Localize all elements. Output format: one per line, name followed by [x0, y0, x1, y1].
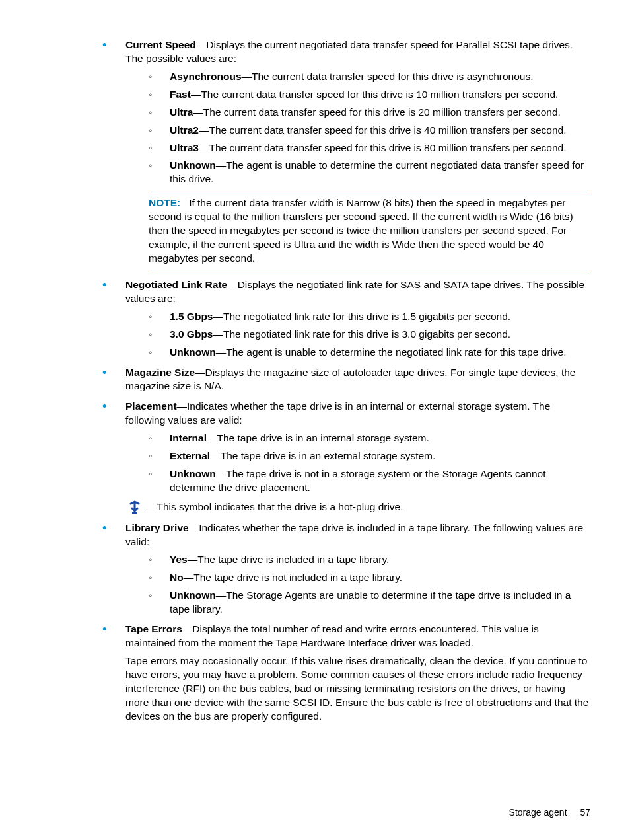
definition-list: Current Speed—Displays the current negot…: [40, 38, 590, 724]
sub-list: 1.5 Gbps—The negotiated link rate for th…: [149, 310, 590, 360]
sub-item: Ultra—The current data transfer speed fo…: [149, 106, 590, 120]
tape-errors-paragraph: Tape errors may occasionally occur. If t…: [125, 654, 590, 724]
desc: —Displays the total number of read and w…: [125, 623, 539, 648]
term: Magazine Size: [125, 367, 195, 378]
sub-item: 3.0 Gbps—The negotiated link rate for th…: [149, 328, 590, 342]
item-magazine-size: Magazine Size—Displays the magazine size…: [102, 366, 590, 394]
term: Placement: [125, 401, 177, 412]
sub-item: Yes—The tape drive is included in a tape…: [149, 553, 590, 567]
item-current-speed: Current Speed—Displays the current negot…: [102, 38, 590, 270]
sub-item: Internal—The tape drive is in an interna…: [149, 432, 590, 445]
sub-list: Internal—The tape drive is in an interna…: [149, 432, 590, 495]
sub-item: Fast—The current data transfer speed for…: [149, 88, 590, 102]
term: Tape Errors: [125, 623, 182, 634]
item-placement: Placement—Indicates whether the tape dri…: [102, 400, 590, 515]
hotplug-text: —This symbol indicates that the drive is…: [147, 500, 403, 514]
note-text: If the current data transfer width is Na…: [149, 197, 573, 264]
desc: —Indicates whether the tape drive is in …: [125, 401, 550, 426]
term: Library Drive: [125, 522, 189, 533]
term: Negotiated Link Rate: [125, 279, 227, 290]
sub-item: Ultra3—The current data transfer speed f…: [149, 141, 590, 155]
item-library-drive: Library Drive—Indicates whether the tape…: [102, 521, 590, 617]
sub-item: External—The tape drive is in an externa…: [149, 449, 590, 463]
note-label: NOTE:: [149, 197, 180, 208]
sub-item: Unknown—The agent is unable to determine…: [149, 346, 590, 360]
hotplug-icon: [125, 500, 144, 515]
sub-item: Unknown—The Storage Agents are unable to…: [149, 589, 590, 617]
item-negotiated-link-rate: Negotiated Link Rate—Displays the negoti…: [102, 278, 590, 360]
sub-item: Unknown—The tape drive is not in a stora…: [149, 467, 590, 495]
svg-rect-0: [132, 512, 137, 514]
term: Current Speed: [125, 39, 196, 50]
sub-item: Ultra2—The current data transfer speed f…: [149, 124, 590, 137]
sub-item: Asynchronous—The current data transfer s…: [149, 70, 590, 84]
sub-list: Asynchronous—The current data transfer s…: [149, 70, 590, 186]
hotplug-row: —This symbol indicates that the drive is…: [125, 500, 590, 515]
sub-item: No—The tape drive is not included in a t…: [149, 571, 590, 585]
sub-list: Yes—The tape drive is included in a tape…: [149, 553, 590, 617]
desc: —Indicates whether the tape drive is inc…: [125, 522, 583, 547]
sub-item: Unknown—The agent is unable to determine…: [149, 159, 590, 186]
note-box: NOTE: If the current data transfer width…: [149, 192, 590, 270]
item-tape-errors: Tape Errors—Displays the total number of…: [102, 623, 590, 723]
sub-item: 1.5 Gbps—The negotiated link rate for th…: [149, 310, 590, 324]
